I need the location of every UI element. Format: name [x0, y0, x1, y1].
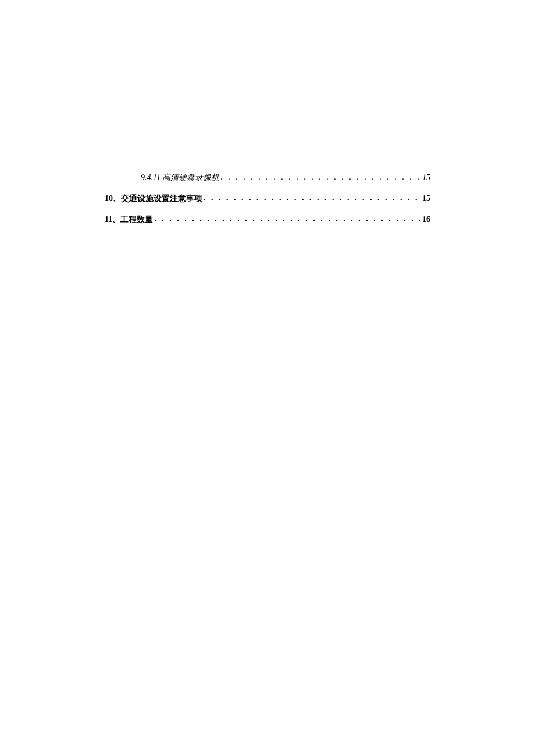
- toc-entry-page: 16: [422, 215, 430, 224]
- toc-entry-title: 高清硬盘录像机: [162, 173, 219, 182]
- toc-entry-main: 10、交通设施设置注意事项 15: [105, 194, 430, 204]
- toc-entry-separator: 、: [112, 215, 120, 224]
- toc-dots: [153, 214, 422, 224]
- toc-entry-title: 工程数量: [120, 215, 153, 224]
- toc-entry-page: 15: [422, 194, 430, 203]
- toc-entry-sub: 9.4.11 高清硬盘录像机 15: [105, 173, 430, 183]
- toc-entry-main: 11、工程数量 16: [105, 214, 430, 225]
- toc-entry-separator: 、: [113, 194, 121, 203]
- toc-entry-title: 交通设施设置注意事项: [121, 194, 202, 203]
- toc-dots: [219, 173, 422, 182]
- toc-entry-number: 9.4.11: [141, 173, 160, 182]
- toc-entry-label: 11、工程数量: [105, 214, 153, 225]
- toc-entry-label: 9.4.11 高清硬盘录像机: [141, 173, 219, 183]
- toc-entry-number: 10: [105, 194, 113, 203]
- toc-content: 9.4.11 高清硬盘录像机 15 10、交通设施设置注意事项 15 11、工程…: [105, 173, 430, 235]
- toc-entry-page: 15: [422, 173, 430, 182]
- toc-entry-label: 10、交通设施设置注意事项: [105, 194, 202, 204]
- toc-dots: [202, 194, 422, 203]
- toc-entry-number: 11: [105, 215, 112, 224]
